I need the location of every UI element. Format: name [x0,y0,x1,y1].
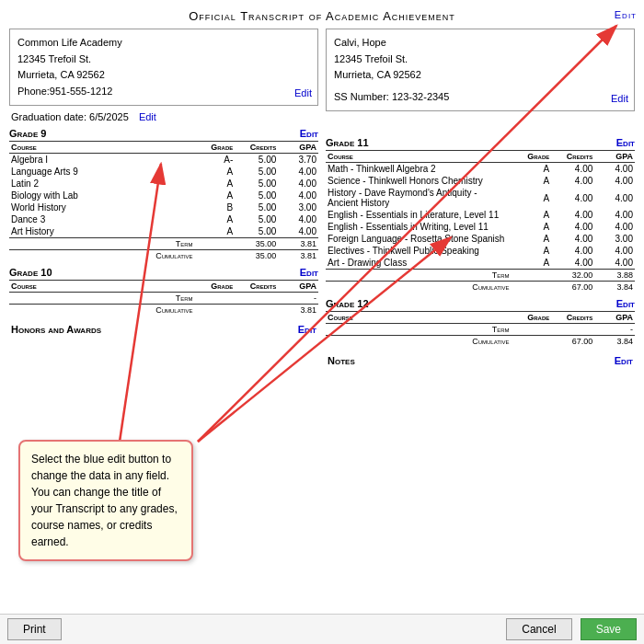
term-row: Term 32.00 3.88 [326,270,635,282]
course-gpa: 4.00 [278,190,318,201]
honors-section: Honors and Awards Edit [9,321,318,338]
top-edit-link[interactable]: Edit [615,9,637,20]
grade9-col-grade: Grade [195,142,236,154]
school-info-box: Common Life Academy 12345 Trefoil St. Mu… [9,29,318,106]
student-address2: Murrieta, CA 92562 [334,67,627,84]
course-gpa: 3.00 [278,201,318,213]
grade9-header: Grade 9 Edit [9,128,318,139]
course-gpa: 4.00 [594,221,635,233]
table-row: History - Dave Raymond's Antiquity - Anc… [326,187,635,209]
course-name: Art - Drawing Class [326,257,512,270]
course-grade: A [512,245,552,257]
course-name: Dance 3 [9,213,195,225]
course-gpa: 4.00 [278,178,318,190]
tooltip-text: Select the blue edit button to change th… [31,453,178,548]
course-name: Art History [9,225,195,238]
cum-label: Cumulative [326,336,512,348]
grade12-header: Grade 12 Edit [326,298,635,309]
cum-credits [235,305,278,316]
cum-credits: 67.00 [551,282,594,293]
school-address1: 12345 Trefoil St. [17,52,310,68]
cum-credits: 67.00 [551,336,594,348]
school-edit-link[interactable]: Edit [294,86,312,102]
notes-label: Notes [328,355,355,366]
course-grade: A [512,257,552,270]
course-name: Algebra I [9,154,195,167]
grade10-edit-link[interactable]: Edit [300,267,318,278]
course-credits: 4.00 [551,245,594,257]
course-credits: 5.00 [235,213,278,225]
course-gpa: 4.00 [594,175,635,187]
course-gpa: 4.00 [594,187,635,209]
grade9-table: Course Grade Credits GPA Algebra I A- 5.… [9,141,318,261]
tooltip-box: Select the blue edit button to change th… [18,440,193,561]
cumulative-row: Cumulative 67.00 3.84 [326,336,635,348]
page-title: Official Transcript of Academic Achievem… [0,0,644,29]
course-credits: 4.00 [551,257,594,270]
course-credits: 5.00 [235,178,278,190]
save-button[interactable]: Save [581,618,637,640]
student-info-box: Calvi, Hope 12345 Trefoil St. Murrieta, … [326,29,635,111]
grade9-edit-link[interactable]: Edit [300,128,318,139]
honors-edit-link[interactable]: Edit [298,324,316,335]
table-row: English - Essentials in Literature, Leve… [326,209,635,221]
student-ss: SS Number: 123-32-2345 [334,89,627,106]
notes-section: Notes Edit [326,352,635,369]
term-credits: 32.00 [551,270,594,282]
term-row: Term - [9,293,318,305]
cum-label: Cumulative [9,250,195,262]
course-credits: 4.00 [551,209,594,221]
graduation-edit-link[interactable]: Edit [139,111,156,122]
grade12-table: Course Grade Credits GPA Term - Cumulati… [326,311,635,347]
course-grade: A [512,221,552,233]
course-grade: A [195,190,236,201]
student-edit-link[interactable]: Edit [611,91,628,108]
cum-gpa: 3.84 [594,336,635,348]
course-grade: A [512,163,552,176]
course-credits: 5.00 [235,201,278,213]
term-credits: 35.00 [235,238,278,250]
course-gpa: 4.00 [278,225,318,238]
table-row: Art History A 5.00 4.00 [9,225,318,238]
table-row: Latin 2 A 5.00 4.00 [9,178,318,190]
course-credits: 4.00 [551,221,594,233]
term-credits [235,293,278,305]
course-name: Language Arts 9 [9,166,195,178]
course-gpa: 4.00 [594,209,635,221]
table-row: Foreign Language - Rosetta Stone Spanish… [326,233,635,245]
grade11-col-course: Course [326,151,512,163]
course-grade: A [195,225,236,238]
term-label: Term [326,324,512,336]
term-label: Term [9,293,195,305]
term-credits [551,324,594,336]
term-label: Term [326,270,512,282]
course-grade: B [195,201,236,213]
grade11-edit-link[interactable]: Edit [616,137,635,148]
course-credits: 4.00 [551,187,594,209]
course-gpa: 4.00 [594,245,635,257]
course-credits: 5.00 [235,225,278,238]
course-grade: A [512,209,552,221]
course-gpa: 4.00 [278,213,318,225]
notes-edit-link[interactable]: Edit [615,355,633,366]
cum-label: Cumulative [326,282,512,293]
table-row: Biology with Lab A 5.00 4.00 [9,190,318,201]
course-gpa: 4.00 [594,257,635,270]
course-grade: A [195,213,236,225]
course-gpa: 4.00 [278,166,318,178]
table-row: Electives - Thinkwell Public Speaking A … [326,245,635,257]
school-phone: Phone:951-555-1212 [17,84,310,100]
grade12-edit-link[interactable]: Edit [616,298,635,309]
cancel-button[interactable]: Cancel [506,618,571,640]
cum-label: Cumulative [9,305,195,316]
course-gpa: 3.70 [278,154,318,167]
course-grade: A [512,233,552,245]
print-button[interactable]: Print [7,618,62,640]
cum-gpa: 3.81 [278,305,318,316]
term-label: Term [9,238,195,250]
student-name: Calvi, Hope [334,35,627,52]
course-grade: A [195,178,236,190]
grade10-table: Course Grade Credits GPA Term - Cumulati… [9,280,318,316]
course-gpa: 4.00 [594,163,635,176]
course-credits: 4.00 [551,233,594,245]
